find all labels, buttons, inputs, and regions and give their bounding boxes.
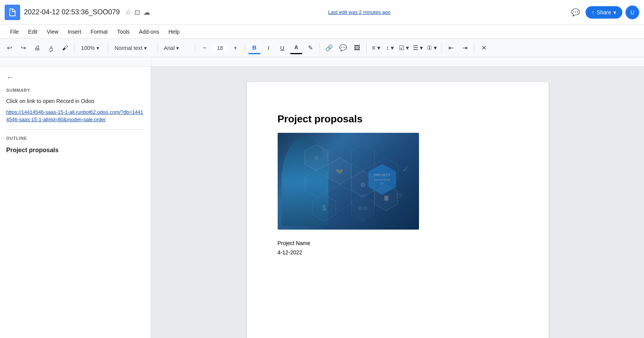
project-date: 4-12-2022 (278, 248, 518, 257)
align-button[interactable]: ≡ ▾ (370, 42, 382, 54)
divider-1 (74, 43, 75, 53)
document-area: Project proposals (151, 67, 644, 338)
svg-text:◎: ◎ (314, 154, 319, 161)
svg-text:📋: 📋 (383, 195, 390, 201)
line-spacing-button[interactable]: ↕ ▾ (384, 42, 396, 54)
font-value: Arial (164, 45, 175, 51)
menu-edit[interactable]: Edit (24, 27, 41, 36)
sidebar: ← SUMMARY Click on link to open Record i… (0, 67, 151, 338)
title-icons: ☆ ⊡ ☁ (125, 8, 150, 17)
outline-section-title: OUTLINE (6, 136, 144, 141)
menu-help[interactable]: Help (165, 27, 184, 36)
zoom-value: 100% (81, 45, 95, 51)
avatar[interactable]: U (625, 5, 639, 19)
style-arrow-icon: ▾ (144, 45, 147, 51)
redo-button[interactable]: ↪ (17, 42, 29, 54)
save-drive-icon[interactable]: ⊡ (134, 8, 140, 17)
indent-more-button[interactable]: ⇥ (459, 42, 471, 54)
italic-button[interactable]: I (262, 42, 275, 54)
svg-text:⚙: ⚙ (360, 182, 366, 188)
bullet-list-button[interactable]: ☰ ▾ (412, 42, 424, 54)
link-button[interactable]: 🔗 (323, 42, 335, 54)
svg-text:$: $ (322, 204, 326, 212)
sidebar-back-button[interactable]: ← (6, 73, 144, 82)
page-text: Project Name 4-12-2022 (278, 239, 518, 257)
summary-link[interactable]: https://14414546-saas-15-1-all.runbot62.… (6, 109, 143, 122)
top-right-icons: 💬 ↑ Share ▾ U (568, 5, 639, 19)
svg-text:MANAGEME: MANAGEME (374, 178, 390, 181)
clear-format-button[interactable]: ✕ (477, 42, 490, 54)
doc-title: 2022-04-12 02:53:36_SOO079 (24, 8, 120, 16)
svg-text:🤝: 🤝 (336, 168, 343, 175)
divider-2 (108, 43, 108, 53)
paint-format-button[interactable]: 🖌 (59, 42, 71, 54)
underline-button[interactable]: U (276, 42, 289, 54)
page: Project proposals (247, 82, 549, 338)
main-layout: ← SUMMARY Click on link to open Record i… (0, 67, 644, 338)
menu-format[interactable]: Format (87, 27, 112, 36)
zoom-select[interactable]: 100% ▾ (78, 43, 105, 53)
divider-3 (157, 43, 158, 53)
outline-item-0[interactable]: Project proposals (6, 145, 144, 155)
comment-icon-btn[interactable]: 💬 (568, 5, 582, 19)
divider-7 (366, 43, 367, 53)
comment-insert-button[interactable]: 💬 (337, 42, 349, 54)
summary-text: Click on link to open Record in Odoo (6, 97, 144, 105)
bold-button[interactable]: B (248, 42, 261, 54)
app-icon[interactable] (5, 5, 20, 20)
project-name: Project Name (278, 239, 518, 247)
last-edit-text: Last edit was 2 minutes ago (154, 9, 564, 15)
spell-check-button[interactable]: A (45, 42, 57, 54)
font-size-increase-button[interactable]: + (229, 42, 242, 54)
cloud-icon[interactable]: ☁ (143, 8, 150, 17)
svg-text:PROJECT: PROJECT (374, 173, 390, 177)
menu-addons[interactable]: Add-ons (135, 27, 163, 36)
undo-button[interactable]: ↩ (3, 42, 15, 54)
indent-less-button[interactable]: ⇤ (445, 42, 457, 54)
image-insert-button[interactable]: 🖼 (351, 42, 363, 54)
hex-grid-svg: PROJECT MANAGEME NT $ 🤝 ⚙ ◎ (278, 133, 419, 230)
font-select[interactable]: Arial ▾ (161, 43, 192, 53)
style-value: Normal text (115, 45, 143, 51)
summary-section-title: SUMMARY (6, 88, 144, 93)
sidebar-divider (6, 129, 144, 130)
page-image: PROJECT MANAGEME NT $ 🤝 ⚙ ◎ (278, 133, 419, 230)
ruler (0, 57, 644, 67)
toolbar: ↩ ↪ 🖨 A 🖌 100% ▾ Normal text ▾ Arial ▾ −… (0, 39, 644, 57)
ruler-marks (151, 57, 644, 66)
star-icon[interactable]: ☆ (125, 8, 131, 17)
divider-6 (319, 43, 320, 53)
share-label: Share (597, 9, 611, 15)
top-bar: 2022-04-12 02:53:36_SOO079 ☆ ⊡ ☁ Last ed… (0, 0, 644, 25)
page-title: Project proposals (278, 113, 518, 125)
print-button[interactable]: 🖨 (31, 42, 43, 54)
share-chevron-icon: ▾ (613, 9, 616, 15)
share-arrow-icon: ↑ (592, 9, 594, 15)
numbered-list-button[interactable]: ① ▾ (426, 42, 438, 54)
menu-tools[interactable]: Tools (113, 27, 134, 36)
menu-file[interactable]: File (6, 27, 23, 36)
divider-5 (245, 43, 245, 53)
divider-9 (474, 43, 474, 53)
svg-marker-2 (305, 171, 328, 197)
share-button[interactable]: ↑ Share ▾ (586, 6, 622, 19)
svg-text:NT: NT (380, 182, 384, 185)
checklist-button[interactable]: ☑ ▾ (398, 42, 410, 54)
font-size-decrease-button[interactable]: − (198, 42, 211, 54)
zoom-arrow-icon: ▾ (96, 45, 99, 51)
menu-bar: File Edit View Insert Format Tools Add-o… (0, 25, 644, 39)
font-size-input[interactable] (212, 44, 228, 52)
svg-text:⚙⚙: ⚙⚙ (358, 205, 368, 211)
style-select[interactable]: Normal text ▾ (112, 43, 154, 53)
text-color-button[interactable]: A (290, 42, 302, 54)
highlight-button[interactable]: ✎ (304, 42, 316, 54)
divider-4 (195, 43, 195, 53)
svg-marker-3 (351, 144, 374, 171)
svg-text:☞: ☞ (396, 191, 404, 201)
svg-marker-4 (328, 184, 351, 211)
divider-8 (441, 43, 441, 53)
menu-view[interactable]: View (43, 27, 62, 36)
menu-insert[interactable]: Insert (64, 27, 85, 36)
font-arrow-icon: ▾ (176, 45, 179, 51)
svg-text:✓: ✓ (402, 165, 408, 173)
